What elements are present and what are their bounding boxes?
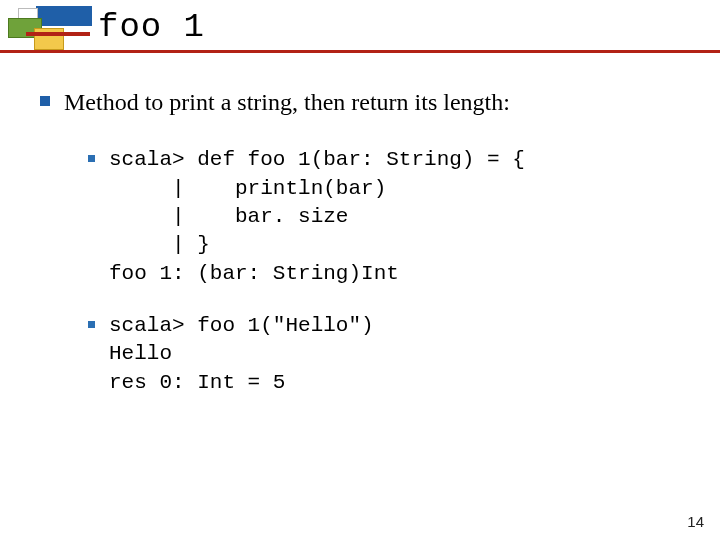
slide: foo 1 Method to print a string, then ret… xyxy=(0,0,720,540)
square-bullet-icon xyxy=(40,96,50,106)
logo-blue-block xyxy=(36,6,92,26)
code-block-1: scala> def foo 1(bar: String) = { | prin… xyxy=(109,146,525,288)
bullet-level1: Method to print a string, then return it… xyxy=(40,86,680,118)
logo-red-strip xyxy=(26,32,90,36)
bullet-level2-code2: scala> foo 1("Hello") Hello res 0: Int =… xyxy=(88,312,680,397)
title-underline xyxy=(0,50,720,53)
lead-text: Method to print a string, then return it… xyxy=(64,86,510,118)
square-bullet-icon xyxy=(88,155,95,162)
slide-title: foo 1 xyxy=(98,8,205,46)
code-block-2: scala> foo 1("Hello") Hello res 0: Int =… xyxy=(109,312,374,397)
corner-logo xyxy=(8,6,86,50)
page-number: 14 xyxy=(687,513,704,530)
slide-body: Method to print a string, then return it… xyxy=(40,86,680,421)
bullet-level2-code1: scala> def foo 1(bar: String) = { | prin… xyxy=(88,146,680,288)
square-bullet-icon xyxy=(88,321,95,328)
